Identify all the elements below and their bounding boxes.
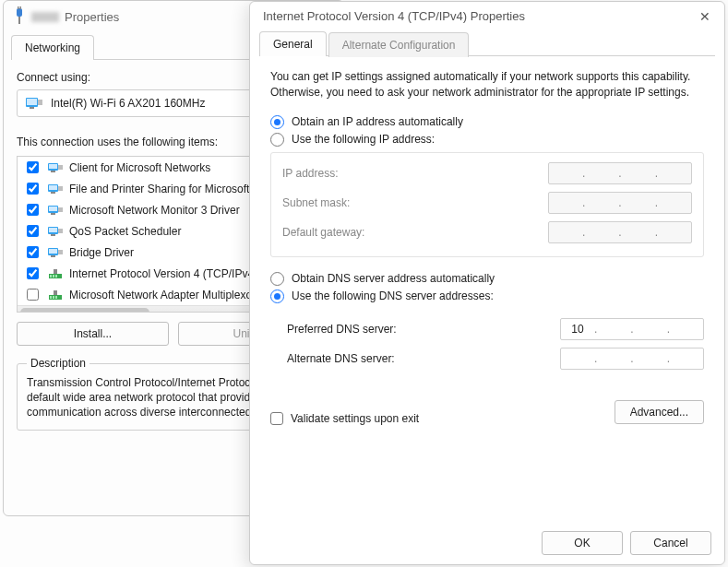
network-plug-icon	[13, 6, 26, 27]
svg-rect-27	[58, 250, 63, 254]
ip-address-field: ...	[548, 162, 692, 184]
radio-icon	[270, 133, 284, 147]
svg-rect-19	[58, 207, 63, 212]
item-checkbox[interactable]	[27, 267, 39, 279]
radio-icon	[270, 289, 284, 303]
subnet-mask-field: ...	[548, 192, 692, 214]
item-checkbox[interactable]	[27, 204, 39, 216]
svg-rect-29	[50, 275, 52, 278]
default-gateway-field: ...	[548, 221, 692, 243]
network-service-icon	[47, 246, 64, 259]
svg-rect-17	[49, 207, 57, 211]
svg-rect-21	[49, 228, 57, 232]
svg-rect-30	[53, 275, 54, 278]
radio-dns-manual-label: Use the following DNS server addresses:	[292, 289, 494, 302]
svg-rect-1	[18, 6, 19, 9]
list-item-label: Bridge Driver	[69, 246, 134, 259]
advanced-button[interactable]: Advanced...	[615, 400, 704, 424]
svg-rect-0	[17, 8, 22, 17]
intro-text: You can get IP settings assigned automat…	[270, 69, 704, 100]
window-title-suffix: Properties	[65, 10, 119, 24]
ok-button[interactable]: OK	[542, 531, 623, 555]
radio-dns-auto-label: Obtain DNS server address automatically	[292, 272, 495, 285]
adapter-icon	[25, 96, 43, 111]
radio-ip-manual[interactable]: Use the following IP address:	[270, 131, 704, 148]
svg-rect-25	[49, 249, 57, 254]
svg-rect-23	[58, 229, 63, 233]
cancel-button[interactable]: Cancel	[630, 531, 711, 555]
child-titlebar: Internet Protocol Version 4 (TCP/IPv4) P…	[250, 2, 724, 29]
alternate-dns-label: Alternate DNS server:	[287, 352, 395, 365]
validate-settings-checkbox[interactable]: Validate settings upon exit	[270, 412, 419, 425]
ip-address-label: IP address:	[282, 167, 338, 180]
tab-networking[interactable]: Networking	[11, 35, 94, 60]
network-service-icon	[47, 204, 64, 217]
svg-rect-9	[49, 164, 57, 169]
radio-ip-auto[interactable]: Obtain an IP address automatically	[270, 113, 704, 131]
protocol-icon	[47, 289, 64, 301]
preferred-dns-label: Preferred DNS server:	[287, 323, 397, 336]
svg-rect-2	[20, 6, 22, 9]
svg-rect-15	[58, 186, 63, 191]
install-button[interactable]: Install...	[17, 322, 169, 346]
close-icon[interactable]: ✕	[698, 10, 711, 23]
list-item-label: QoS Packet Scheduler	[69, 225, 181, 238]
adapter-name-redacted	[31, 12, 59, 22]
svg-rect-22	[51, 234, 55, 236]
validate-settings-label: Validate settings upon exit	[291, 412, 419, 425]
item-checkbox[interactable]	[27, 289, 39, 301]
svg-rect-11	[58, 165, 63, 170]
default-gateway-label: Default gateway:	[282, 226, 364, 239]
child-window-title: Internet Protocol Version 4 (TCP/IPv4) P…	[263, 9, 525, 23]
svg-rect-35	[53, 296, 54, 299]
tab-general[interactable]: General	[259, 31, 327, 56]
tab-alternate-configuration[interactable]: Alternate Configuration	[328, 32, 470, 57]
svg-rect-37	[54, 290, 57, 295]
network-service-icon	[47, 161, 64, 174]
child-tabstrip: General Alternate Configuration	[259, 30, 715, 56]
svg-rect-7	[38, 100, 42, 105]
svg-rect-26	[51, 255, 55, 257]
ipv4-properties-window: Internet Protocol Version 4 (TCP/IPv4) P…	[249, 1, 725, 565]
item-checkbox[interactable]	[27, 246, 39, 258]
svg-rect-31	[55, 275, 57, 278]
svg-rect-13	[49, 185, 57, 190]
alternate-dns-field[interactable]: ...	[560, 348, 704, 370]
svg-rect-18	[51, 213, 55, 215]
radio-dns-auto[interactable]: Obtain DNS server address automatically	[270, 270, 704, 288]
subnet-mask-label: Subnet mask:	[282, 196, 350, 209]
list-item-label: Client for Microsoft Networks	[69, 161, 210, 174]
protocol-icon	[47, 267, 64, 280]
radio-icon	[270, 115, 284, 129]
radio-dns-manual[interactable]: Use the following DNS server addresses:	[270, 288, 704, 305]
svg-rect-6	[30, 107, 34, 109]
svg-rect-34	[50, 296, 52, 299]
item-checkbox[interactable]	[27, 161, 39, 173]
preferred-dns-field[interactable]: 10...	[560, 318, 704, 340]
radio-ip-manual-label: Use the following IP address:	[292, 133, 435, 146]
network-service-icon	[47, 225, 64, 238]
item-checkbox[interactable]	[27, 183, 39, 195]
svg-rect-14	[51, 192, 55, 194]
description-legend: Description	[27, 357, 90, 370]
network-service-icon	[47, 183, 64, 195]
adapter-name: Intel(R) Wi-Fi 6 AX201 160MHz	[51, 97, 205, 110]
svg-rect-3	[18, 17, 20, 24]
svg-rect-10	[51, 171, 55, 172]
svg-rect-32	[54, 269, 57, 274]
item-checkbox[interactable]	[27, 225, 39, 237]
checkbox-icon	[270, 412, 283, 425]
radio-ip-auto-label: Obtain an IP address automatically	[292, 115, 463, 128]
list-item-label: Microsoft Network Monitor 3 Driver	[69, 204, 240, 217]
svg-rect-5	[27, 99, 37, 105]
svg-rect-36	[55, 296, 57, 299]
list-item-label: Internet Protocol Version 4 (TCP/IPv4)	[69, 267, 257, 280]
radio-icon	[270, 272, 284, 286]
